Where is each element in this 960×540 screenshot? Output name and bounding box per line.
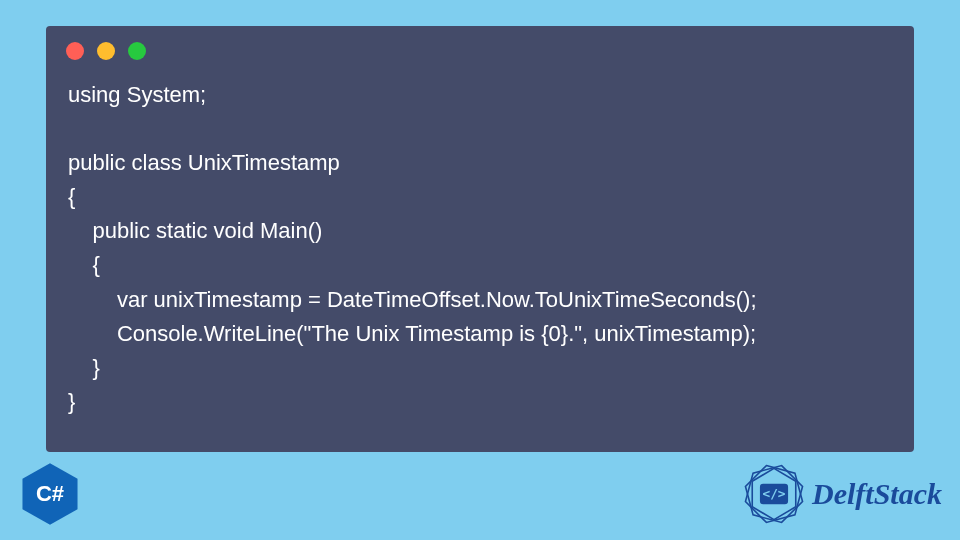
minimize-icon[interactable] [97,42,115,60]
csharp-badge: C# [18,462,82,526]
svg-text:</>: </> [762,486,785,501]
brand-name: DelftStack [812,477,942,511]
maximize-icon[interactable] [128,42,146,60]
csharp-label: C# [36,481,64,507]
close-icon[interactable] [66,42,84,60]
code-window: using System; public class UnixTimestamp… [46,26,914,452]
code-content: using System; public class UnixTimestamp… [46,68,914,441]
brand: </> DelftStack [742,462,942,526]
window-titlebar [46,26,914,68]
footer: C# </> DelftStack [18,460,942,528]
brand-logo-icon: </> [742,462,806,526]
